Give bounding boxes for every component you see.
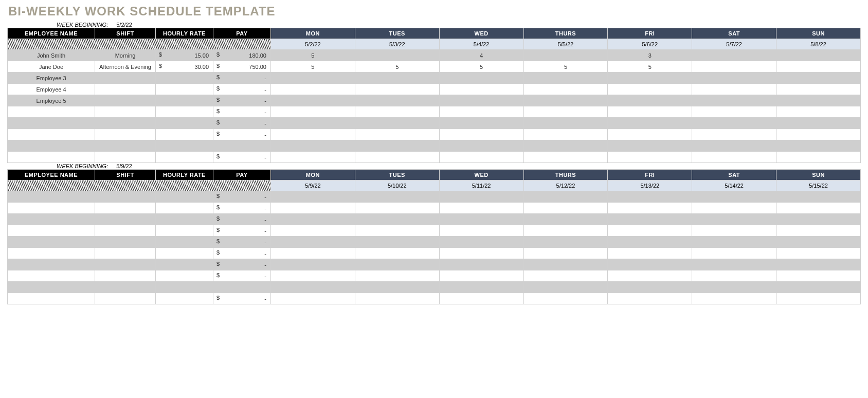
hours-cell[interactable] (271, 106, 355, 118)
pay-cell[interactable]: $750.00 (213, 61, 271, 73)
hours-cell[interactable] (776, 191, 861, 203)
hours-cell[interactable] (776, 282, 861, 293)
pay-cell[interactable]: $- (213, 248, 271, 259)
shift-cell[interactable] (95, 73, 156, 84)
employee-name-cell[interactable]: Employee 5 (8, 95, 95, 106)
hours-cell[interactable] (271, 203, 355, 214)
hours-cell[interactable] (776, 95, 861, 106)
pay-cell[interactable]: $- (213, 95, 271, 106)
hours-cell[interactable] (692, 140, 776, 152)
shift-cell[interactable] (95, 270, 156, 282)
hourly-rate-cell[interactable] (156, 259, 213, 270)
shift-cell[interactable] (95, 129, 156, 140)
hours-cell[interactable] (692, 129, 776, 140)
hours-cell[interactable] (271, 282, 355, 293)
hours-cell[interactable] (608, 118, 692, 129)
hourly-rate-cell[interactable] (156, 95, 213, 106)
hours-cell[interactable] (776, 84, 861, 95)
pay-cell[interactable] (213, 282, 271, 293)
employee-name-cell[interactable] (8, 259, 95, 270)
hours-cell[interactable] (439, 129, 523, 140)
pay-cell[interactable]: $- (213, 191, 271, 203)
hours-cell[interactable] (692, 50, 776, 61)
shift-cell[interactable]: Morning (95, 50, 156, 61)
hourly-rate-cell[interactable]: $15.00 (156, 50, 213, 61)
hours-cell[interactable] (776, 50, 861, 61)
hours-cell[interactable] (355, 237, 439, 248)
hours-cell[interactable] (523, 50, 608, 61)
employee-name-cell[interactable]: John Smith (8, 50, 95, 61)
hours-cell[interactable] (692, 61, 776, 73)
pay-cell[interactable]: $- (213, 203, 271, 214)
hourly-rate-cell[interactable] (156, 282, 213, 293)
hours-cell[interactable] (608, 191, 692, 203)
hours-cell[interactable] (439, 259, 523, 270)
employee-name-cell[interactable] (8, 152, 95, 163)
employee-name-cell[interactable] (8, 293, 95, 304)
employee-name-cell[interactable] (8, 129, 95, 140)
hours-cell[interactable] (523, 237, 608, 248)
hours-cell[interactable]: 5 (271, 50, 355, 61)
hourly-rate-cell[interactable] (156, 191, 213, 203)
hours-cell[interactable] (608, 140, 692, 152)
hourly-rate-cell[interactable] (156, 118, 213, 129)
hours-cell[interactable] (271, 248, 355, 259)
hourly-rate-cell[interactable] (156, 84, 213, 95)
shift-cell[interactable] (95, 248, 156, 259)
hours-cell[interactable] (355, 50, 439, 61)
shift-cell[interactable] (95, 84, 156, 95)
hours-cell[interactable] (692, 214, 776, 225)
hours-cell[interactable] (523, 95, 608, 106)
employee-name-cell[interactable] (8, 248, 95, 259)
employee-name-cell[interactable] (8, 225, 95, 237)
pay-cell[interactable]: $- (213, 237, 271, 248)
hours-cell[interactable] (776, 248, 861, 259)
employee-name-cell[interactable] (8, 282, 95, 293)
pay-cell[interactable]: $- (213, 152, 271, 163)
hours-cell[interactable] (523, 203, 608, 214)
shift-cell[interactable] (95, 237, 156, 248)
pay-cell[interactable]: $- (213, 73, 271, 84)
hours-cell[interactable] (608, 259, 692, 270)
hours-cell[interactable] (692, 152, 776, 163)
hours-cell[interactable] (439, 225, 523, 237)
hours-cell[interactable] (439, 152, 523, 163)
hours-cell[interactable] (692, 225, 776, 237)
hours-cell[interactable] (271, 152, 355, 163)
hours-cell[interactable] (523, 106, 608, 118)
hours-cell[interactable] (523, 84, 608, 95)
pay-cell[interactable]: $- (213, 129, 271, 140)
hours-cell[interactable] (608, 225, 692, 237)
employee-name-cell[interactable] (8, 106, 95, 118)
hours-cell[interactable] (776, 214, 861, 225)
shift-cell[interactable] (95, 214, 156, 225)
hours-cell[interactable] (271, 214, 355, 225)
hours-cell[interactable] (523, 73, 608, 84)
pay-cell[interactable]: $- (213, 214, 271, 225)
shift-cell[interactable] (95, 152, 156, 163)
pay-cell[interactable]: $- (213, 106, 271, 118)
hours-cell[interactable] (439, 140, 523, 152)
hours-cell[interactable] (776, 259, 861, 270)
hours-cell[interactable]: 3 (608, 50, 692, 61)
shift-cell[interactable] (95, 293, 156, 304)
hours-cell[interactable] (776, 73, 861, 84)
hours-cell[interactable] (692, 191, 776, 203)
pay-cell[interactable]: $- (213, 270, 271, 282)
hours-cell[interactable] (439, 237, 523, 248)
hours-cell[interactable]: 5 (523, 61, 608, 73)
hours-cell[interactable] (355, 293, 439, 304)
hours-cell[interactable] (355, 140, 439, 152)
hours-cell[interactable] (271, 129, 355, 140)
hours-cell[interactable] (608, 152, 692, 163)
hours-cell[interactable] (776, 61, 861, 73)
hours-cell[interactable] (523, 118, 608, 129)
hours-cell[interactable] (271, 259, 355, 270)
hours-cell[interactable] (355, 191, 439, 203)
hourly-rate-cell[interactable] (156, 152, 213, 163)
hourly-rate-cell[interactable] (156, 73, 213, 84)
hours-cell[interactable]: 5 (608, 61, 692, 73)
hours-cell[interactable] (776, 237, 861, 248)
employee-name-cell[interactable] (8, 118, 95, 129)
hours-cell[interactable] (271, 118, 355, 129)
